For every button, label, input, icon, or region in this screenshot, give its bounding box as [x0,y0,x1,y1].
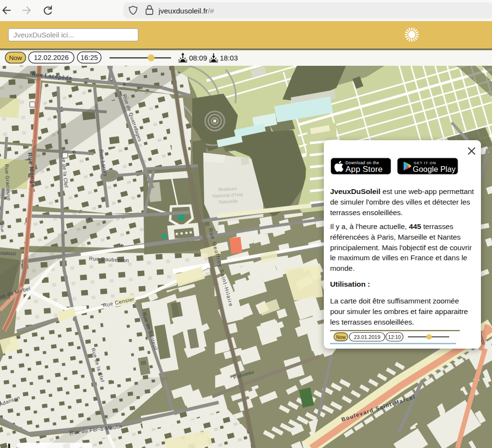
svg-text:16:25: 16:25 [81,54,98,61]
svg-text:Google Play: Google Play [413,165,456,173]
svg-text:08:09: 08:09 [189,54,208,62]
svg-text:12.02.2026: 12.02.2026 [34,54,69,61]
svg-text:stalozzi: stalozzi [0,250,16,256]
svg-text:jveuxdusoleil.fr/#: jveuxdusoleil.fr/# [158,7,214,15]
svg-text:App Store: App Store [345,165,382,174]
svg-text:18:03: 18:03 [220,54,238,62]
svg-text:Muséum: Muséum [218,186,237,192]
svg-text:Now: Now [9,54,22,61]
svg-text:Naturelle: Naturelle [219,198,238,205]
svg-text:Now: Now [336,335,346,340]
svg-text:23.01.2019: 23.01.2019 [354,334,380,340]
svg-text:12:10: 12:10 [388,334,401,340]
svg-text:Rue: Rue [0,224,5,233]
